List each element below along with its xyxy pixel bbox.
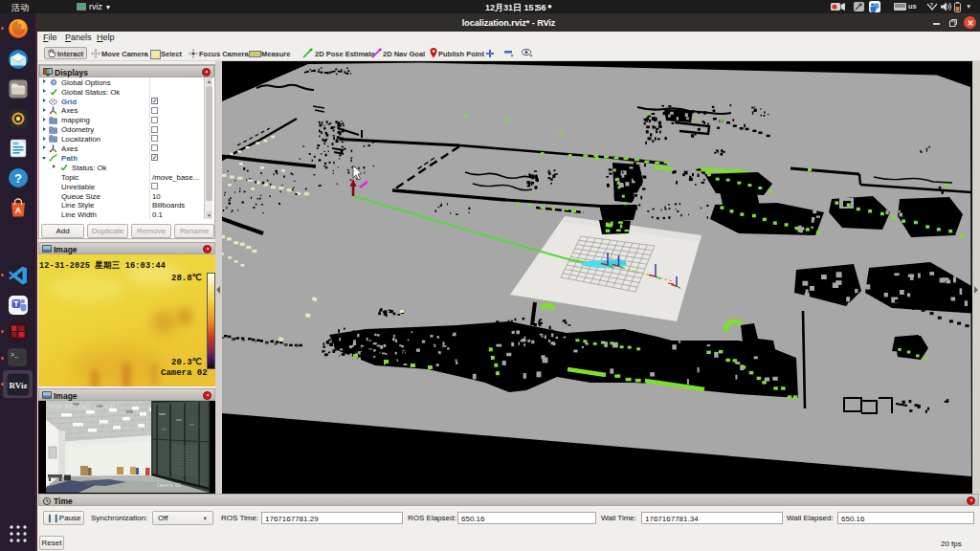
svg-text:>_: >_ xyxy=(11,352,18,359)
svg-text:12-31-2025 星期三 16:03:37: 12-31-2025 星期三 16:03:37 xyxy=(49,405,115,409)
svg-text:Camera 01: Camera 01 xyxy=(157,483,181,488)
svg-text:A: A xyxy=(15,206,22,215)
svg-text:RViz: RViz xyxy=(10,381,28,390)
svg-text:?: ? xyxy=(929,2,933,8)
svg-text:?: ? xyxy=(14,171,22,186)
